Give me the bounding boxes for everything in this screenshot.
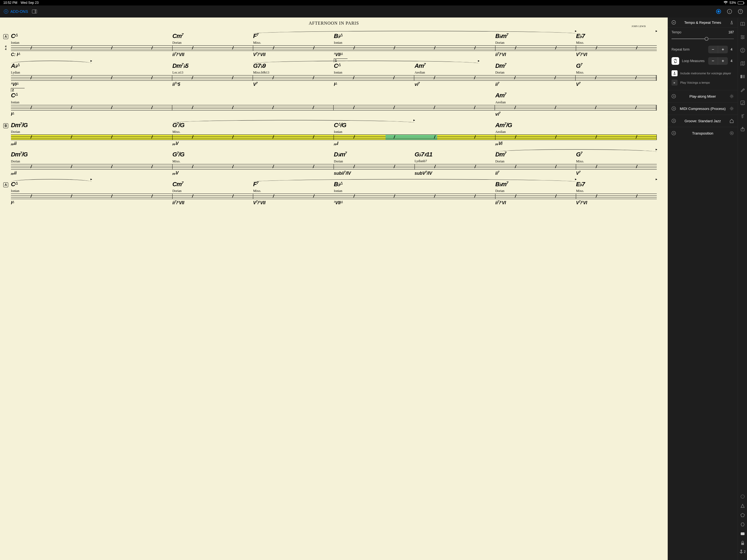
analysis: I△ bbox=[334, 82, 414, 87]
loop-stepper[interactable]: − + bbox=[708, 57, 728, 65]
chord[interactable]: Am7 bbox=[495, 92, 657, 99]
repeat-stepper[interactable]: − + bbox=[708, 46, 728, 53]
metronome-toggle[interactable]: Include metronome for voicings player bbox=[672, 69, 734, 78]
sun-icon bbox=[729, 106, 734, 111]
collapse-icon[interactable] bbox=[672, 20, 676, 25]
edit-icon[interactable] bbox=[740, 100, 745, 105]
chord[interactable]: Cm7 bbox=[173, 181, 253, 188]
chord[interactable]: Am7 bbox=[414, 62, 495, 70]
chord[interactable]: Dm7 bbox=[495, 62, 576, 70]
chord[interactable]: Dm7/G bbox=[11, 122, 173, 129]
analysis: ii7/♭VII bbox=[173, 52, 253, 57]
play-voicings-button[interactable]: ▸ Play Voicings a tempo bbox=[672, 78, 734, 87]
loop-label: Loop Measures bbox=[682, 59, 705, 63]
scale-label: Ionian bbox=[334, 189, 495, 193]
chord[interactable]: Am7/G bbox=[495, 122, 657, 129]
analysis: ♭VII△ bbox=[334, 200, 495, 205]
shape-rect-icon[interactable] bbox=[740, 531, 745, 536]
chord[interactable]: E♭7 bbox=[576, 32, 657, 40]
panel-section-play-along-mixer[interactable]: Play-along Mixer bbox=[668, 90, 738, 102]
chord[interactable]: Dm7♭5 bbox=[173, 62, 253, 70]
panel-section-transposition[interactable]: Transposition bbox=[668, 127, 738, 139]
anchor-indicator[interactable]: 2 bbox=[739, 550, 746, 554]
scale-label: Ionian bbox=[334, 71, 414, 75]
analysis: V7/♭VII bbox=[253, 200, 334, 205]
ending-marker: 2 bbox=[11, 88, 25, 92]
person-icon[interactable] bbox=[740, 48, 745, 53]
shape-pentagon-icon[interactable] bbox=[740, 512, 745, 518]
layout-icon[interactable] bbox=[740, 74, 745, 79]
chord[interactable]: A♭△ bbox=[11, 62, 173, 70]
chord[interactable]: F7 bbox=[253, 32, 334, 40]
system: Dm7/GDorianG7/GMixo.D♭m7DorianG♭7♯11Lydi… bbox=[11, 151, 657, 176]
svg-point-15 bbox=[741, 35, 742, 36]
addons-icon[interactable]: S bbox=[4, 9, 8, 14]
chord[interactable]: Cm7 bbox=[173, 32, 253, 40]
chord[interactable]: B♭m7 bbox=[495, 32, 576, 40]
analysis: ii7/♭VII bbox=[173, 200, 253, 205]
scale-label: Ionian bbox=[334, 130, 495, 134]
svg-rect-24 bbox=[741, 543, 744, 545]
chord[interactable]: B♭△ bbox=[334, 32, 495, 40]
map-icon[interactable] bbox=[740, 61, 745, 66]
repeat-plus-button[interactable]: + bbox=[718, 46, 728, 53]
music-note-icon[interactable] bbox=[740, 113, 745, 119]
share-icon[interactable] bbox=[740, 126, 745, 132]
loop-plus-button[interactable]: + bbox=[718, 57, 728, 65]
side-panel: Tempo & Repeat Times Tempo 187 Repeat fo… bbox=[668, 18, 738, 560]
addons-button[interactable]: ADD-ONS bbox=[10, 9, 28, 14]
chord[interactable]: G7 bbox=[576, 151, 657, 158]
chord[interactable]: C△ bbox=[334, 62, 414, 70]
battery-pct: 53% bbox=[729, 1, 736, 5]
chord[interactable]: G♭7♯11 bbox=[414, 151, 495, 158]
panel-section-groove-standard-jazz[interactable]: Groove: Standard Jazz bbox=[668, 114, 738, 127]
shape-circle-icon[interactable] bbox=[740, 494, 745, 499]
scale-label: Mixo. bbox=[173, 130, 334, 134]
loop-minus-button[interactable]: − bbox=[708, 57, 718, 65]
chord[interactable]: B♭△ bbox=[334, 181, 495, 188]
tempo-slider[interactable] bbox=[672, 36, 734, 41]
scale-label: Mixo.b9b13 bbox=[253, 71, 334, 75]
chord[interactable]: Dm7 bbox=[495, 151, 576, 158]
system: AC△IonianCm7DorianF7Mixo.B♭△IonianB♭m7Do… bbox=[11, 32, 657, 57]
metronome-icon[interactable] bbox=[729, 20, 734, 25]
sheet-area[interactable]: AFTERNOON IN PARIS JOHN LEWIS AC△IonianC… bbox=[0, 18, 668, 560]
sliders-icon[interactable] bbox=[740, 34, 745, 40]
panel-section-midi-compressors-process-[interactable]: MIDI Compressors (Process) bbox=[668, 102, 738, 114]
staff[interactable]: //////////////// bbox=[11, 134, 657, 140]
chord[interactable]: C△ bbox=[11, 32, 173, 40]
chord[interactable]: C△/G bbox=[334, 122, 495, 129]
analysis: V7/♭VII bbox=[253, 52, 334, 57]
shape-triangle-icon[interactable] bbox=[740, 503, 745, 509]
chord[interactable]: F7 bbox=[253, 181, 334, 188]
chord[interactable]: G7/G bbox=[173, 122, 334, 129]
chord[interactable]: B♭m7 bbox=[495, 181, 576, 188]
chord[interactable]: C△ bbox=[11, 92, 173, 99]
chord[interactable]: G7/G bbox=[173, 151, 334, 158]
system: AC△IonianCm7DorianF7Mixo.B♭△IonianB♭m7Do… bbox=[11, 181, 657, 206]
staff[interactable]: //////////////// bbox=[11, 194, 657, 199]
panel-header-tempo[interactable]: Tempo & Repeat Times bbox=[668, 18, 738, 28]
chord[interactable]: C△ bbox=[11, 181, 173, 188]
chord[interactable]: G7♭9 bbox=[253, 62, 334, 70]
chord[interactable]: G7 bbox=[576, 62, 657, 70]
staff[interactable]: //////////////// bbox=[11, 164, 657, 170]
hammer-icon[interactable] bbox=[740, 87, 745, 93]
staff[interactable]: //////////////// bbox=[11, 75, 657, 81]
staff[interactable]: //////////////// bbox=[11, 105, 657, 110]
panel-toggle-icon[interactable] bbox=[32, 9, 37, 14]
svg-point-10 bbox=[731, 108, 732, 109]
chord[interactable]: Dm7/G bbox=[11, 151, 173, 158]
book-icon[interactable] bbox=[740, 21, 745, 27]
info-icon[interactable]: i bbox=[727, 9, 732, 14]
chord[interactable]: E♭7 bbox=[576, 181, 657, 188]
lock-icon[interactable] bbox=[740, 540, 745, 546]
record-icon[interactable] bbox=[716, 9, 721, 14]
staff[interactable]: 44//////////////// bbox=[11, 45, 657, 51]
scale-label: Aeolian bbox=[495, 130, 657, 134]
shape-hexagon-icon[interactable] bbox=[740, 522, 745, 527]
repeat-minus-button[interactable]: − bbox=[708, 46, 718, 53]
chord[interactable]: D♭m7 bbox=[334, 151, 414, 158]
help-icon[interactable]: ? bbox=[738, 9, 743, 14]
loop-icon[interactable] bbox=[672, 57, 679, 65]
